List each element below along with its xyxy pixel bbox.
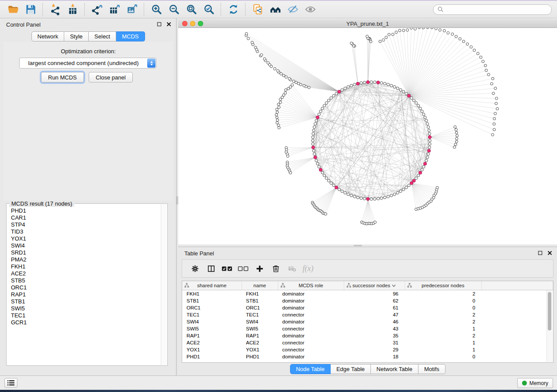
table-row[interactable]: TEC1TEC1connector472 bbox=[182, 311, 553, 318]
zoom-selected-button[interactable] bbox=[200, 2, 218, 17]
close-panel-action-button[interactable]: Close panel bbox=[89, 72, 133, 83]
table-row[interactable]: SWI4SWI4dominator462 bbox=[182, 318, 553, 325]
table-header-row: shared namenameMCDS rolesuccessor nodesp… bbox=[182, 281, 553, 290]
table-cell: 62 bbox=[344, 297, 405, 304]
network-view[interactable] bbox=[178, 28, 557, 244]
tab-node-table[interactable]: Node Table bbox=[290, 364, 331, 374]
list-item[interactable]: TID3 bbox=[11, 228, 160, 235]
run-mcds-button[interactable]: Run MCDS bbox=[41, 72, 84, 83]
table-cell: RAP1 bbox=[242, 332, 278, 339]
list-item[interactable]: FKH1 bbox=[11, 263, 160, 270]
tab-style[interactable]: Style bbox=[64, 31, 89, 41]
table-cell-filler bbox=[481, 325, 553, 332]
list-item[interactable]: YOX1 bbox=[11, 235, 160, 242]
list-item[interactable]: SWI4 bbox=[11, 242, 160, 249]
column-header-shared-name[interactable]: shared name bbox=[182, 281, 242, 290]
list-item[interactable]: PMA2 bbox=[11, 256, 160, 263]
list-item[interactable]: STP4 bbox=[11, 221, 160, 228]
show-column-button[interactable] bbox=[204, 262, 218, 275]
delete-row-button[interactable] bbox=[268, 262, 283, 275]
clone-network-icon bbox=[252, 3, 264, 15]
table-cell: dominator bbox=[278, 353, 344, 360]
tab-network[interactable]: Network bbox=[31, 31, 64, 41]
table-cell: RAP1 bbox=[182, 332, 242, 339]
network-window-title: YPA_prune.txt_1 bbox=[178, 21, 557, 27]
memory-button[interactable]: Memory bbox=[517, 378, 553, 388]
tab-edge-table[interactable]: Edge Table bbox=[331, 364, 371, 374]
memory-status-icon bbox=[522, 381, 527, 385]
table-body: FKH1FKH1dominator962STB1STB1dominator620… bbox=[182, 290, 553, 361]
refresh-view-button[interactable] bbox=[225, 2, 242, 17]
deselect-all-checkboxes-button[interactable] bbox=[236, 262, 251, 275]
tab-mcds[interactable]: MCDS bbox=[116, 31, 145, 41]
zoom-out-button[interactable] bbox=[165, 2, 183, 17]
close-panel-button[interactable] bbox=[166, 21, 172, 27]
import-table-file-icon bbox=[67, 3, 79, 15]
list-item[interactable]: TEC1 bbox=[11, 312, 160, 319]
select-all-checkboxes-button[interactable] bbox=[220, 262, 235, 275]
column-header-name[interactable]: name bbox=[242, 281, 278, 290]
toolbar-separator bbox=[84, 3, 85, 16]
delete-table-button[interactable] bbox=[284, 262, 299, 275]
table-scrollbar-thumb[interactable] bbox=[548, 292, 551, 330]
list-item[interactable]: STB5 bbox=[11, 277, 160, 284]
add-row-button[interactable] bbox=[252, 262, 267, 275]
table-row[interactable]: PHD1PHD1dominator180 bbox=[182, 353, 553, 360]
hide-selected-button[interactable] bbox=[284, 2, 301, 17]
import-table-file-button[interactable] bbox=[64, 2, 81, 17]
show-all-button[interactable] bbox=[301, 2, 319, 17]
table-row[interactable]: ORC1ORC1dominator610 bbox=[182, 304, 553, 311]
column-settings-gear-button[interactable] bbox=[187, 262, 202, 275]
export-table-button[interactable] bbox=[106, 2, 123, 17]
list-item[interactable]: CAR1 bbox=[11, 214, 160, 221]
first-neighbors-icon bbox=[270, 3, 281, 15]
splitter-grip[interactable] bbox=[354, 245, 362, 246]
table-row[interactable]: YOX1YOX1connector291 bbox=[182, 346, 553, 353]
show-panel-list-button[interactable] bbox=[4, 378, 17, 388]
table-row[interactable]: RAP1RAP1dominator352 bbox=[182, 332, 553, 339]
first-neighbors-button[interactable] bbox=[266, 2, 284, 17]
float-panel-button[interactable] bbox=[537, 250, 543, 256]
import-network-file-button[interactable] bbox=[46, 2, 64, 17]
save-session-button[interactable] bbox=[22, 2, 39, 17]
table-toolbar: f(x) bbox=[182, 259, 554, 278]
float-panel-button[interactable] bbox=[156, 21, 162, 27]
table-row[interactable]: FKH1FKH1dominator962 bbox=[182, 290, 553, 298]
list-item[interactable]: ACE2 bbox=[11, 270, 160, 277]
tab-network-table[interactable]: Network Table bbox=[371, 364, 419, 374]
function-builder-button[interactable]: f(x) bbox=[301, 262, 315, 275]
table-scrollbar[interactable] bbox=[547, 290, 553, 362]
tab-select[interactable]: Select bbox=[89, 31, 116, 41]
list-item[interactable]: RAP1 bbox=[11, 291, 160, 298]
list-item[interactable]: PHD1 bbox=[11, 207, 160, 214]
network-graph[interactable] bbox=[178, 28, 557, 244]
criterion-dropdown[interactable]: largest connected component (undirected) bbox=[19, 58, 156, 69]
search-input[interactable] bbox=[446, 6, 547, 13]
export-image-button[interactable] bbox=[123, 2, 141, 17]
table-row[interactable]: SWI5SWI5connector431 bbox=[182, 325, 553, 332]
result-list-scrollbar[interactable] bbox=[161, 204, 167, 365]
list-item[interactable]: SWI5 bbox=[11, 305, 160, 312]
column-header-successor-nodes[interactable]: successor nodes bbox=[344, 281, 405, 290]
list-item[interactable]: STB1 bbox=[11, 298, 160, 305]
network-window-titlebar[interactable]: YPA_prune.txt_1 bbox=[178, 19, 557, 28]
toolbar-separator bbox=[42, 3, 43, 16]
close-panel-button[interactable] bbox=[547, 250, 553, 256]
column-header-mcds-role[interactable]: MCDS role bbox=[278, 281, 344, 290]
table-row[interactable]: STB1STB1dominator620 bbox=[182, 297, 553, 304]
clone-network-button[interactable] bbox=[249, 2, 266, 17]
tab-motifs[interactable]: Motifs bbox=[419, 364, 446, 374]
zoom-in-button[interactable] bbox=[148, 2, 165, 17]
list-item[interactable]: SRD1 bbox=[11, 249, 160, 256]
list-item[interactable]: ORC1 bbox=[11, 284, 160, 291]
table-row[interactable]: ACE2ACE2connector311 bbox=[182, 339, 553, 346]
table-cell-filler bbox=[481, 318, 553, 325]
column-header-predecessor-nodes[interactable]: predecessor nodes bbox=[405, 281, 481, 290]
table-cell: 2 bbox=[405, 290, 481, 298]
mcds-result-list: PHD1CAR1STP4TID3YOX1SWI4SRD1PMA2FKH1ACE2… bbox=[7, 205, 160, 364]
export-network-button[interactable] bbox=[88, 2, 106, 17]
search-field[interactable] bbox=[433, 4, 552, 15]
open-session-button[interactable] bbox=[4, 2, 22, 17]
zoom-fit-button[interactable] bbox=[183, 2, 200, 17]
list-item[interactable]: GCR1 bbox=[11, 319, 160, 326]
